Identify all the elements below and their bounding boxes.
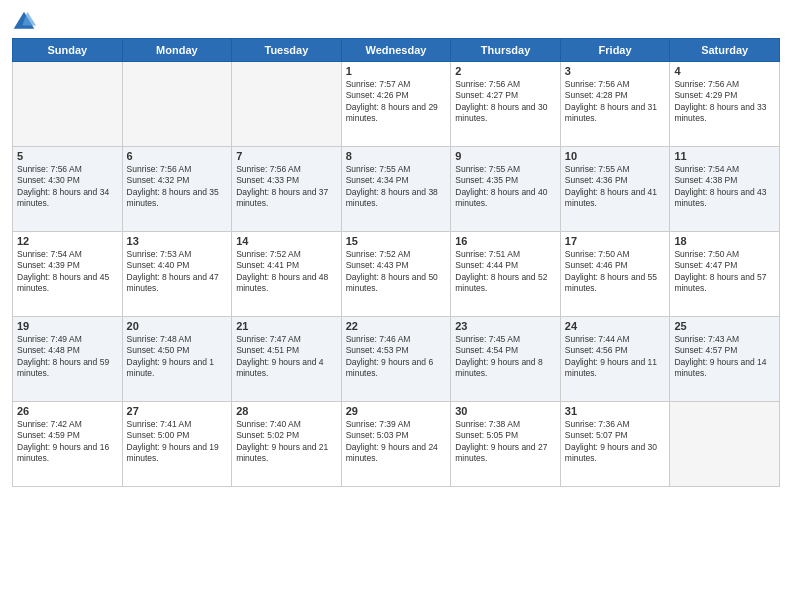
day-number: 4: [674, 65, 775, 77]
day-info: Sunrise: 7:46 AMSunset: 4:53 PMDaylight:…: [346, 334, 447, 380]
day-number: 28: [236, 405, 337, 417]
calendar-day-cell: 11 Sunrise: 7:54 AMSunset: 4:38 PMDaylig…: [670, 147, 780, 232]
day-info: Sunrise: 7:56 AMSunset: 4:30 PMDaylight:…: [17, 164, 118, 210]
day-info: Sunrise: 7:40 AMSunset: 5:02 PMDaylight:…: [236, 419, 337, 465]
day-number: 3: [565, 65, 666, 77]
calendar-day-cell: [13, 62, 123, 147]
calendar-day-cell: 3 Sunrise: 7:56 AMSunset: 4:28 PMDayligh…: [560, 62, 670, 147]
day-number: 1: [346, 65, 447, 77]
day-info: Sunrise: 7:53 AMSunset: 4:40 PMDaylight:…: [127, 249, 228, 295]
day-number: 21: [236, 320, 337, 332]
day-number: 2: [455, 65, 556, 77]
calendar-day-cell: 26 Sunrise: 7:42 AMSunset: 4:59 PMDaylig…: [13, 402, 123, 487]
calendar-table: SundayMondayTuesdayWednesdayThursdayFrid…: [12, 38, 780, 487]
day-number: 11: [674, 150, 775, 162]
calendar-day-cell: 1 Sunrise: 7:57 AMSunset: 4:26 PMDayligh…: [341, 62, 451, 147]
day-info: Sunrise: 7:55 AMSunset: 4:35 PMDaylight:…: [455, 164, 556, 210]
calendar-day-cell: 21 Sunrise: 7:47 AMSunset: 4:51 PMDaylig…: [232, 317, 342, 402]
weekday-header: Sunday: [13, 39, 123, 62]
calendar-day-cell: 29 Sunrise: 7:39 AMSunset: 5:03 PMDaylig…: [341, 402, 451, 487]
day-info: Sunrise: 7:55 AMSunset: 4:36 PMDaylight:…: [565, 164, 666, 210]
calendar-day-cell: 6 Sunrise: 7:56 AMSunset: 4:32 PMDayligh…: [122, 147, 232, 232]
calendar-day-cell: 16 Sunrise: 7:51 AMSunset: 4:44 PMDaylig…: [451, 232, 561, 317]
calendar-day-cell: 30 Sunrise: 7:38 AMSunset: 5:05 PMDaylig…: [451, 402, 561, 487]
day-number: 9: [455, 150, 556, 162]
calendar-week-row: 5 Sunrise: 7:56 AMSunset: 4:30 PMDayligh…: [13, 147, 780, 232]
day-info: Sunrise: 7:54 AMSunset: 4:38 PMDaylight:…: [674, 164, 775, 210]
calendar-day-cell: 25 Sunrise: 7:43 AMSunset: 4:57 PMDaylig…: [670, 317, 780, 402]
day-number: 23: [455, 320, 556, 332]
day-number: 7: [236, 150, 337, 162]
page-container: SundayMondayTuesdayWednesdayThursdayFrid…: [0, 0, 792, 495]
day-number: 15: [346, 235, 447, 247]
day-number: 18: [674, 235, 775, 247]
day-number: 8: [346, 150, 447, 162]
weekday-header: Wednesday: [341, 39, 451, 62]
day-info: Sunrise: 7:47 AMSunset: 4:51 PMDaylight:…: [236, 334, 337, 380]
day-info: Sunrise: 7:43 AMSunset: 4:57 PMDaylight:…: [674, 334, 775, 380]
calendar-day-cell: 9 Sunrise: 7:55 AMSunset: 4:35 PMDayligh…: [451, 147, 561, 232]
weekday-header: Tuesday: [232, 39, 342, 62]
day-info: Sunrise: 7:44 AMSunset: 4:56 PMDaylight:…: [565, 334, 666, 380]
calendar-week-row: 19 Sunrise: 7:49 AMSunset: 4:48 PMDaylig…: [13, 317, 780, 402]
day-number: 6: [127, 150, 228, 162]
calendar-day-cell: 18 Sunrise: 7:50 AMSunset: 4:47 PMDaylig…: [670, 232, 780, 317]
calendar-day-cell: 5 Sunrise: 7:56 AMSunset: 4:30 PMDayligh…: [13, 147, 123, 232]
weekday-header: Friday: [560, 39, 670, 62]
calendar-day-cell: 15 Sunrise: 7:52 AMSunset: 4:43 PMDaylig…: [341, 232, 451, 317]
day-number: 16: [455, 235, 556, 247]
day-info: Sunrise: 7:36 AMSunset: 5:07 PMDaylight:…: [565, 419, 666, 465]
calendar-day-cell: 4 Sunrise: 7:56 AMSunset: 4:29 PMDayligh…: [670, 62, 780, 147]
calendar-day-cell: 24 Sunrise: 7:44 AMSunset: 4:56 PMDaylig…: [560, 317, 670, 402]
calendar-day-cell: 23 Sunrise: 7:45 AMSunset: 4:54 PMDaylig…: [451, 317, 561, 402]
day-info: Sunrise: 7:56 AMSunset: 4:27 PMDaylight:…: [455, 79, 556, 125]
day-number: 20: [127, 320, 228, 332]
calendar-day-cell: 17 Sunrise: 7:50 AMSunset: 4:46 PMDaylig…: [560, 232, 670, 317]
day-info: Sunrise: 7:56 AMSunset: 4:33 PMDaylight:…: [236, 164, 337, 210]
calendar-day-cell: 20 Sunrise: 7:48 AMSunset: 4:50 PMDaylig…: [122, 317, 232, 402]
header: [12, 10, 780, 34]
calendar-day-cell: [122, 62, 232, 147]
calendar-week-row: 26 Sunrise: 7:42 AMSunset: 4:59 PMDaylig…: [13, 402, 780, 487]
day-info: Sunrise: 7:45 AMSunset: 4:54 PMDaylight:…: [455, 334, 556, 380]
day-number: 27: [127, 405, 228, 417]
calendar-day-cell: 31 Sunrise: 7:36 AMSunset: 5:07 PMDaylig…: [560, 402, 670, 487]
weekday-header: Saturday: [670, 39, 780, 62]
calendar-week-row: 1 Sunrise: 7:57 AMSunset: 4:26 PMDayligh…: [13, 62, 780, 147]
weekday-header: Monday: [122, 39, 232, 62]
logo: [12, 10, 40, 34]
day-number: 12: [17, 235, 118, 247]
day-number: 25: [674, 320, 775, 332]
calendar-day-cell: 7 Sunrise: 7:56 AMSunset: 4:33 PMDayligh…: [232, 147, 342, 232]
day-number: 30: [455, 405, 556, 417]
day-number: 17: [565, 235, 666, 247]
day-info: Sunrise: 7:50 AMSunset: 4:47 PMDaylight:…: [674, 249, 775, 295]
calendar-day-cell: 12 Sunrise: 7:54 AMSunset: 4:39 PMDaylig…: [13, 232, 123, 317]
day-info: Sunrise: 7:55 AMSunset: 4:34 PMDaylight:…: [346, 164, 447, 210]
day-number: 22: [346, 320, 447, 332]
calendar-day-cell: [232, 62, 342, 147]
day-number: 19: [17, 320, 118, 332]
day-info: Sunrise: 7:57 AMSunset: 4:26 PMDaylight:…: [346, 79, 447, 125]
day-info: Sunrise: 7:54 AMSunset: 4:39 PMDaylight:…: [17, 249, 118, 295]
calendar-day-cell: 28 Sunrise: 7:40 AMSunset: 5:02 PMDaylig…: [232, 402, 342, 487]
calendar-day-cell: 22 Sunrise: 7:46 AMSunset: 4:53 PMDaylig…: [341, 317, 451, 402]
calendar-day-cell: 2 Sunrise: 7:56 AMSunset: 4:27 PMDayligh…: [451, 62, 561, 147]
day-info: Sunrise: 7:50 AMSunset: 4:46 PMDaylight:…: [565, 249, 666, 295]
day-info: Sunrise: 7:56 AMSunset: 4:29 PMDaylight:…: [674, 79, 775, 125]
day-number: 31: [565, 405, 666, 417]
weekday-header-row: SundayMondayTuesdayWednesdayThursdayFrid…: [13, 39, 780, 62]
day-number: 26: [17, 405, 118, 417]
calendar-week-row: 12 Sunrise: 7:54 AMSunset: 4:39 PMDaylig…: [13, 232, 780, 317]
calendar-day-cell: 27 Sunrise: 7:41 AMSunset: 5:00 PMDaylig…: [122, 402, 232, 487]
day-info: Sunrise: 7:39 AMSunset: 5:03 PMDaylight:…: [346, 419, 447, 465]
day-info: Sunrise: 7:56 AMSunset: 4:32 PMDaylight:…: [127, 164, 228, 210]
calendar-day-cell: 8 Sunrise: 7:55 AMSunset: 4:34 PMDayligh…: [341, 147, 451, 232]
day-number: 29: [346, 405, 447, 417]
calendar-day-cell: 13 Sunrise: 7:53 AMSunset: 4:40 PMDaylig…: [122, 232, 232, 317]
day-info: Sunrise: 7:56 AMSunset: 4:28 PMDaylight:…: [565, 79, 666, 125]
day-number: 10: [565, 150, 666, 162]
day-info: Sunrise: 7:51 AMSunset: 4:44 PMDaylight:…: [455, 249, 556, 295]
day-info: Sunrise: 7:49 AMSunset: 4:48 PMDaylight:…: [17, 334, 118, 380]
day-info: Sunrise: 7:48 AMSunset: 4:50 PMDaylight:…: [127, 334, 228, 380]
